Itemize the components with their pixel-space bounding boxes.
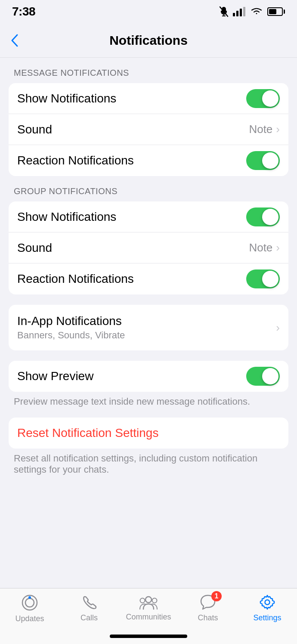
signal-icon (233, 7, 246, 16)
tab-communities[interactable]: Communities (119, 594, 178, 622)
grp-sound-label: Sound (17, 241, 52, 255)
preview-label: Show Preview (17, 369, 93, 383)
svg-rect-6 (243, 7, 245, 16)
grp-sound-right: Note › (249, 241, 280, 254)
svg-point-8 (25, 598, 34, 607)
group-notifications-section: GROUP NOTIFICATIONS Show Notifications S… (9, 186, 288, 294)
grp-reaction-toggle[interactable] (246, 269, 280, 288)
tab-updates[interactable]: Updates (0, 594, 59, 623)
tab-calls[interactable]: Calls (59, 594, 119, 622)
svg-point-10 (145, 597, 152, 603)
nav-bar: Notifications (0, 23, 297, 58)
inapp-text: In-App Notifications Banners, Sounds, Vi… (17, 314, 125, 341)
grp-show-notifications-row[interactable]: Show Notifications (9, 201, 288, 232)
svg-rect-5 (240, 9, 242, 16)
reset-label: Reset Notification Settings (17, 426, 158, 440)
communities-icon-wrap (139, 594, 158, 610)
wifi-icon (250, 7, 263, 16)
msg-sound-right: Note › (249, 123, 280, 136)
inapp-card[interactable]: In-App Notifications Banners, Sounds, Vi… (9, 305, 288, 350)
grp-show-notifications-label: Show Notifications (17, 210, 116, 224)
inapp-title: In-App Notifications (17, 314, 125, 328)
status-icons (219, 6, 285, 17)
calls-icon (80, 594, 98, 611)
msg-show-notifications-toggle[interactable] (246, 89, 280, 108)
svg-point-12 (152, 598, 157, 603)
msg-show-notifications-row[interactable]: Show Notifications (9, 83, 288, 114)
chats-icon-wrap: 1 (199, 594, 217, 611)
preview-row[interactable]: Show Preview (9, 361, 288, 392)
svg-rect-3 (233, 13, 235, 16)
msg-sound-value: Note (249, 123, 272, 136)
msg-reaction-toggle[interactable] (246, 151, 280, 170)
calls-icon-wrap (80, 594, 98, 611)
back-button[interactable] (10, 33, 19, 48)
home-indicator (110, 635, 187, 638)
svg-rect-4 (236, 11, 238, 16)
reset-helper: Reset all notification settings, includi… (9, 453, 288, 475)
message-notifications-section: MESSAGE NOTIFICATIONS Show Notifications… (9, 68, 288, 176)
inapp-chevron: › (276, 321, 280, 334)
svg-point-11 (140, 598, 145, 603)
settings-icon (259, 594, 276, 611)
updates-icon (21, 594, 39, 612)
inapp-subtitle: Banners, Sounds, Vibrate (17, 330, 125, 341)
preview-toggle[interactable] (246, 367, 280, 386)
reset-section: Reset Notification Settings Reset all no… (9, 418, 288, 475)
preview-helper: Preview message text inside new message … (9, 396, 288, 407)
grp-show-notifications-toggle[interactable] (246, 207, 280, 226)
tab-settings[interactable]: Settings (238, 594, 297, 622)
page-title: Notifications (109, 33, 188, 48)
tab-chats[interactable]: 1 Chats (178, 594, 238, 622)
status-bar: 7:38 (0, 0, 297, 23)
chats-label: Chats (198, 613, 218, 622)
updates-icon-wrap (21, 594, 39, 612)
grp-reaction-row[interactable]: Reaction Notifications (9, 263, 288, 294)
message-notifications-label: MESSAGE NOTIFICATIONS (14, 68, 288, 78)
grp-sound-row[interactable]: Sound Note › (9, 232, 288, 263)
group-notifications-label: GROUP NOTIFICATIONS (14, 186, 288, 196)
group-notifications-card: Show Notifications Sound Note › Reaction… (9, 201, 288, 294)
grp-sound-value: Note (249, 241, 272, 254)
calls-label: Calls (80, 613, 98, 622)
communities-icon (139, 594, 158, 610)
grp-reaction-label: Reaction Notifications (17, 272, 134, 286)
preview-card: Show Preview (9, 361, 288, 392)
message-notifications-card: Show Notifications Sound Note › Reaction… (9, 83, 288, 176)
settings-icon-wrap (259, 594, 276, 611)
svg-point-9 (28, 596, 31, 599)
settings-label: Settings (253, 613, 281, 622)
msg-reaction-row[interactable]: Reaction Notifications (9, 145, 288, 176)
grp-sound-chevron: › (276, 241, 280, 254)
svg-point-13 (265, 600, 270, 605)
show-preview-section: Show Preview Preview message text inside… (9, 361, 288, 407)
communities-label: Communities (126, 613, 171, 622)
msg-sound-label: Sound (17, 123, 52, 136)
battery-icon (267, 7, 285, 16)
msg-reaction-label: Reaction Notifications (17, 154, 134, 167)
updates-label: Updates (15, 614, 44, 623)
mute-icon (219, 6, 229, 17)
msg-sound-row[interactable]: Sound Note › (9, 114, 288, 145)
msg-sound-chevron: › (276, 123, 280, 136)
inapp-section: In-App Notifications Banners, Sounds, Vi… (9, 305, 288, 350)
chats-badge: 1 (211, 591, 222, 601)
reset-card[interactable]: Reset Notification Settings (9, 418, 288, 449)
status-time: 7:38 (12, 5, 35, 19)
msg-show-notifications-label: Show Notifications (17, 92, 116, 105)
